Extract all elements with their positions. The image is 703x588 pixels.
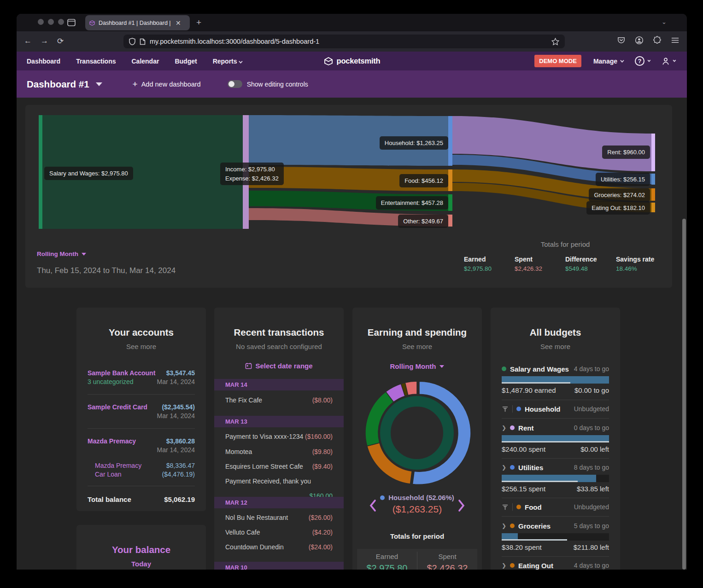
account-icon[interactable] xyxy=(635,36,644,45)
account-row[interactable]: Mazda Premacy $3,860.28 xyxy=(88,437,195,446)
nav-item-dashboard[interactable]: Dashboard xyxy=(27,58,60,65)
budget-stats: $38.20 spent $211.80 left xyxy=(502,543,609,552)
previous-slice-chevron[interactable] xyxy=(369,499,376,512)
select-date-range-button[interactable]: Select date range xyxy=(214,362,344,370)
expand-chevron-icon[interactable]: ❯ xyxy=(502,425,506,431)
dashboard-header-bar: Dashboard #1 +Add new dashboard Show edi… xyxy=(17,70,687,98)
donut-inner-ring-earning[interactable] xyxy=(386,402,449,465)
show-editing-controls-toggle[interactable] xyxy=(228,80,242,88)
budgets-see-more-link[interactable]: See more xyxy=(491,343,620,350)
scrollbar-thumb[interactable] xyxy=(682,219,686,570)
nav-item-transactions[interactable]: Transactions xyxy=(76,58,116,65)
help-menu[interactable]: ? xyxy=(635,56,650,66)
earning-spending-donut-chart[interactable] xyxy=(363,378,471,487)
budget-row-utilities[interactable]: ❯Utilities 8 days to go xyxy=(502,463,609,472)
dashboard-title-caret-icon[interactable] xyxy=(96,82,102,86)
screen: Dashboard #1 | Dashboard | Poc ✕ + ⌄ ← →… xyxy=(0,0,703,588)
help-icon: ? xyxy=(635,56,644,66)
forward-icon[interactable]: → xyxy=(41,36,48,46)
sankey-node-rent[interactable] xyxy=(651,134,655,171)
earning-totals-band: Earned $2,975.80 Spent $2,426.32 xyxy=(357,549,477,570)
expand-chevron-icon[interactable]: ❯ xyxy=(502,562,506,569)
budget-row-household[interactable]: Household Unbudgeted xyxy=(502,404,609,413)
reload-icon[interactable]: ⟳ xyxy=(57,36,64,46)
transaction-row[interactable]: Velluto Cafe ($4.20) xyxy=(225,525,333,540)
pocketsmith-logo[interactable]: pocketsmith xyxy=(323,57,381,66)
new-tab-button[interactable]: + xyxy=(196,17,201,28)
your-balance-card: Your balance Today xyxy=(76,525,206,570)
transactions-card-title: Recent transactions xyxy=(214,327,344,338)
period-range-text: Thu, Feb 15, 2024 to Thu, Mar 14, 2024 xyxy=(37,266,176,275)
category-dot xyxy=(510,465,515,470)
list-tabs-chevron-icon[interactable]: ⌄ xyxy=(662,18,667,25)
firefox-view-icon[interactable] xyxy=(66,17,76,28)
site-info-page-icon[interactable] xyxy=(140,38,146,45)
period-selector[interactable]: Rolling Month xyxy=(37,250,86,257)
budget-row-groceries[interactable]: ❯Groceries 5 days to go xyxy=(502,521,609,530)
browser-tab-bar: Dashboard #1 | Dashboard | Poc ✕ + ⌄ xyxy=(17,14,687,31)
transaction-row[interactable]: Esquires Lorne Street Cafe ($9.40) xyxy=(225,459,333,474)
sankey-node-utilities[interactable] xyxy=(651,174,655,185)
dashboard-title[interactable]: Dashboard #1 xyxy=(27,79,89,90)
transaction-row[interactable]: The Fix Cafe ($8.00) xyxy=(225,393,333,408)
window-zoom-button[interactable] xyxy=(58,19,64,25)
nav-item-reports[interactable]: Reports xyxy=(213,58,242,65)
earning-totals-title: Totals for period xyxy=(352,532,482,540)
browser-tab[interactable]: Dashboard #1 | Dashboard | Poc ✕ xyxy=(85,15,190,30)
earning-see-more-link[interactable]: See more xyxy=(352,343,482,350)
sankey-node-eating-out[interactable] xyxy=(651,203,655,212)
spent-column: Spent $2,426.32 xyxy=(417,553,477,570)
recent-transactions-card: Recent transactions No saved search conf… xyxy=(214,308,344,570)
rollup-icon[interactable] xyxy=(502,406,509,413)
menu-hamburger-icon[interactable] xyxy=(671,36,680,45)
account-subaccount-row[interactable]: Mazda Premacy $8,336.47 xyxy=(95,461,195,470)
expand-chevron-icon[interactable]: ❯ xyxy=(502,523,506,529)
transaction-date-header: MAR 13 xyxy=(214,416,344,427)
accounts-see-more-link[interactable]: See more xyxy=(76,343,206,350)
budget-row-food[interactable]: Food Unbudgeted xyxy=(502,502,609,512)
sankey-node-other[interactable] xyxy=(448,215,452,227)
earning-period-selector[interactable]: Rolling Month xyxy=(352,362,482,370)
sankey-node-food[interactable] xyxy=(448,169,452,191)
pocket-icon[interactable] xyxy=(617,36,626,45)
rollup-icon[interactable] xyxy=(502,504,509,511)
url-bar[interactable]: my.pocketsmith.localhost:3000/dashboard/… xyxy=(123,35,565,48)
add-new-dashboard-button[interactable]: +Add new dashboard xyxy=(133,79,201,89)
account-subaccount-row[interactable]: Car Loan ($4,476.19) xyxy=(95,470,195,479)
sankey-label-utilities: Utilities: $256.15 xyxy=(596,173,650,186)
sankey-node-salary[interactable] xyxy=(39,115,42,229)
nav-item-budget[interactable]: Budget xyxy=(175,58,197,65)
balance-card-today-tab[interactable]: Today xyxy=(76,560,206,568)
transaction-row[interactable]: Momotea ($9.80) xyxy=(225,444,333,459)
window-minimize-button[interactable] xyxy=(48,19,54,25)
sankey-node-household[interactable] xyxy=(448,116,452,166)
tracking-protection-shield-icon[interactable] xyxy=(129,38,135,45)
extensions-puzzle-icon[interactable] xyxy=(653,36,662,45)
transaction-row[interactable]: Nol Bu Ne Restaurant ($26.00) xyxy=(225,510,333,525)
url-text[interactable]: my.pocketsmith.localhost:3000/dashboard/… xyxy=(150,38,547,45)
manage-menu[interactable]: Manage xyxy=(593,58,623,65)
user-menu[interactable] xyxy=(662,57,675,65)
account-row[interactable]: Sample Bank Account $3,547.45 xyxy=(88,368,195,378)
category-dot xyxy=(510,524,515,528)
budget-row-salary[interactable]: Salary and Wages 4 days to go xyxy=(502,364,609,373)
budget-row-eating-out[interactable]: ❯Eating Out 4 days to go xyxy=(502,561,609,570)
sankey-node-entertainment[interactable] xyxy=(448,194,452,211)
budget-time-marker xyxy=(502,441,609,442)
back-icon[interactable]: ← xyxy=(24,36,32,46)
transaction-row[interactable]: Countdown Dunedin ($24.00) xyxy=(225,540,333,554)
budget-row-rent[interactable]: ❯Rent 0 days to go xyxy=(502,423,609,432)
tab-close-icon[interactable]: ✕ xyxy=(176,19,181,27)
account-row[interactable]: Sample Credit Card ($2,345.54) xyxy=(88,402,195,412)
transaction-row[interactable]: Payment Received, thank you $160.00 xyxy=(225,474,333,489)
budget-progress-bar xyxy=(502,435,609,442)
budget-progress-bar xyxy=(502,475,609,482)
transaction-row[interactable]: Payment to Visa xxxx-1234 ($160.00) xyxy=(225,429,333,444)
all-budgets-card: All budgets See more Salary and Wages 4 … xyxy=(491,308,620,570)
expand-chevron-icon[interactable]: ❯ xyxy=(502,464,506,471)
window-close-button[interactable] xyxy=(38,19,44,25)
bookmark-star-icon[interactable] xyxy=(551,38,559,46)
nav-item-calendar[interactable]: Calendar xyxy=(132,58,159,65)
sankey-node-groceries[interactable] xyxy=(651,188,655,201)
next-slice-chevron[interactable] xyxy=(458,499,465,512)
